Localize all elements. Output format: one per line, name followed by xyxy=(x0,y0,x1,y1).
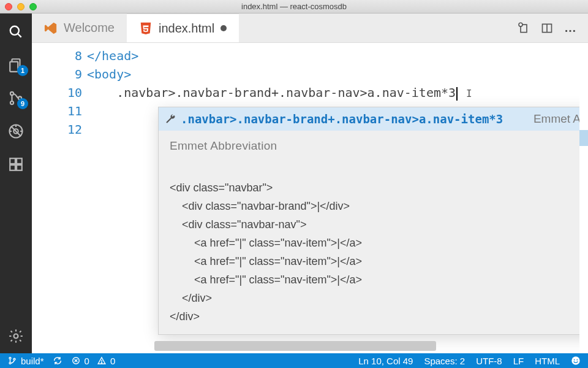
minimap-highlight xyxy=(579,130,588,146)
extensions-icon[interactable] xyxy=(7,156,24,173)
svg-rect-14 xyxy=(17,158,22,164)
more-actions-icon[interactable]: … xyxy=(564,21,577,35)
tab-label: Welcome xyxy=(64,21,115,35)
svg-point-19 xyxy=(519,23,522,26)
vscode-logo-icon xyxy=(44,21,58,35)
code-content[interactable]: </head> <body> .navbar>.navbar-brand+.na… xyxy=(87,43,588,353)
svg-point-31 xyxy=(574,359,575,361)
svg-point-0 xyxy=(10,26,19,35)
warning-icon xyxy=(97,356,107,366)
svg-point-5 xyxy=(10,101,13,104)
svg-point-17 xyxy=(14,334,18,339)
git-branch[interactable]: build* xyxy=(7,356,44,366)
minimap[interactable] xyxy=(579,43,588,353)
scrollbar-thumb[interactable] xyxy=(154,341,436,351)
sync-icon xyxy=(53,356,62,366)
editor-actions: … xyxy=(517,21,588,35)
dirty-indicator-icon xyxy=(221,25,227,31)
debug-icon[interactable] xyxy=(7,123,24,140)
svg-point-29 xyxy=(101,362,102,363)
svg-point-22 xyxy=(9,357,11,359)
encoding[interactable]: UTF-8 xyxy=(476,356,502,366)
svg-line-8 xyxy=(11,126,21,136)
line-numbers: 8 9 10 11 12 xyxy=(56,43,87,353)
svg-point-23 xyxy=(9,362,11,364)
svg-point-24 xyxy=(13,358,15,360)
feedback-icon[interactable] xyxy=(571,356,581,366)
explorer-icon[interactable]: 1 xyxy=(7,56,24,74)
svg-line-1 xyxy=(18,34,21,37)
svg-point-4 xyxy=(10,92,13,95)
horizontal-scrollbar[interactable] xyxy=(105,341,582,351)
tab-bar: Welcome index.html … xyxy=(32,13,588,43)
code-editor[interactable]: 8 9 10 11 12 </head> <body> .navbar>.nav… xyxy=(32,43,588,353)
suggestion-details: ✕ Emmet Abbreviation <div class="navbar"… xyxy=(159,131,588,334)
suggestion-popup: .navbar>.navbar-brand+.navbar-nav>a.nav-… xyxy=(158,107,588,335)
compare-changes-icon[interactable] xyxy=(517,21,530,35)
wrench-icon xyxy=(165,113,176,125)
svg-rect-16 xyxy=(17,165,22,171)
error-icon xyxy=(71,356,81,366)
suggestion-heading: Emmet Abbreviation xyxy=(170,137,587,155)
eol[interactable]: LF xyxy=(513,356,524,366)
window-titlebar: index.html — react-cosmosdb xyxy=(0,0,588,13)
tab-index-html[interactable]: index.html xyxy=(127,13,239,42)
tab-label: index.html xyxy=(159,21,214,36)
search-icon[interactable] xyxy=(7,23,24,40)
sync-button[interactable] xyxy=(53,356,62,366)
tab-welcome[interactable]: Welcome xyxy=(32,13,127,42)
settings-gear-icon[interactable] xyxy=(7,328,24,345)
svg-rect-15 xyxy=(10,165,15,171)
emmet-expansion: <div class="navbar"> <div class="navbar-… xyxy=(170,160,587,326)
editor-area: Welcome index.html … xyxy=(32,13,588,353)
split-editor-icon[interactable] xyxy=(540,21,554,35)
problems[interactable]: 0 0 xyxy=(71,356,116,366)
branch-icon xyxy=(7,356,17,366)
indentation[interactable]: Spaces: 2 xyxy=(424,356,465,366)
explorer-badge: 1 xyxy=(17,65,28,76)
language-mode[interactable]: HTML xyxy=(535,356,560,366)
svg-point-32 xyxy=(576,359,578,361)
suggestion-item[interactable]: .navbar>.navbar-brand+.navbar-nav>a.nav-… xyxy=(159,107,588,131)
window-title: index.html — react-cosmosdb xyxy=(0,2,588,11)
suggestion-text: .navbar>.navbar-brand+.navbar-nav>a.nav-… xyxy=(181,110,503,128)
scm-badge: 9 xyxy=(17,98,28,109)
html5-icon xyxy=(139,21,153,35)
cursor-position[interactable]: Ln 10, Col 49 xyxy=(358,356,413,366)
svg-rect-13 xyxy=(10,158,15,164)
svg-point-30 xyxy=(571,356,579,364)
source-control-icon[interactable]: 9 xyxy=(7,90,24,107)
activity-bar: 1 9 xyxy=(0,13,32,353)
status-bar: build* 0 0 Ln 10, Col 49 Spaces: 2 UTF-8… xyxy=(0,353,588,368)
